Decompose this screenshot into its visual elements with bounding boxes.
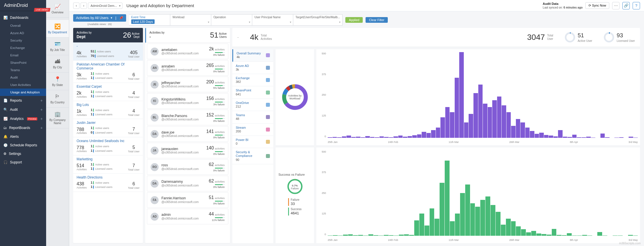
filter-upn[interactable]: User Principal Name [252,14,293,26]
activities-dropdown[interactable]: Activities by All Users ▼ | 📌 [73,14,126,22]
more-options-button[interactable]: ⋯ [612,2,620,9]
workload-icon [266,140,270,144]
page-title: Usage and Adoption by Department [126,3,194,8]
avatar: AM [151,48,159,56]
nav-schedule[interactable]: 🕒 Schedule Reports [0,141,46,149]
nav-item-teams[interactable]: Teams [0,66,46,74]
nav-item-overall[interactable]: Overall [0,22,46,29]
subtab-by-department[interactable]: 🔀By Department [46,20,69,38]
users-column-header: Activities by- 51ActiveUsers [145,28,230,43]
nav-alerts[interactable]: 🔔 Alerts [0,132,46,141]
available-views-label: (Available views : 29) [73,23,126,26]
breadcrumb[interactable]: AdminDroid Dem... [88,3,122,9]
clear-filter-button[interactable]: Clear Filter [366,17,388,23]
nav-item-sharepoint[interactable]: SharePoint [0,59,46,66]
view-tabs: 📈Overview🔀By Department🪪By Job Title🏙By … [46,0,69,246]
workload-item[interactable]: Power BI0 [232,136,273,148]
workload-icon [266,91,270,95]
nav-item-usage-and-adoption[interactable]: Usage and Adoption [0,89,46,96]
nav-item-security[interactable]: Security [0,37,46,44]
filter-bar: Activities by All Users ▼ | 📌 (Available… [69,11,644,28]
workload-item[interactable]: Security & Compliance90 [232,148,273,164]
users-column: Activities by- 51ActiveUsers AM ameliabe… [145,28,230,243]
chart-success-bars: 5003752501250 25th Jan24th Feb11th Mar26… [316,147,640,243]
subtab-by-company-name[interactable]: 🏢By Company Name [46,108,69,128]
nav-item-azure-ad[interactable]: Azure AD [0,29,46,37]
nav-reportboards[interactable]: 🗂 ReportBoards+ [0,123,46,132]
live-demo-badge: LIVE DEMO [34,8,50,12]
dept-row[interactable]: Marketting 514Activities 1 ▍Active users… [73,155,143,174]
workload-item[interactable]: Azure AD3k [232,62,273,74]
user-row[interactable]: JA janeausten@o365droid.onmicrosoft.com … [147,143,228,158]
subtab-by-country[interactable]: 🏳By Country [46,90,69,108]
kpi-active-user: 51Active User [565,32,592,43]
nav-reports[interactable]: 📄 Reports+ [0,96,46,105]
user-row[interactable]: AN annaben@o365droid.onmicrosoft.com 265… [147,60,228,76]
dept-row[interactable]: Health Directions 438Activities 1 ▍Activ… [73,174,143,192]
nav-analytics[interactable]: 📈 Analytics Preview+ [0,114,46,123]
nav-audit[interactable]: 🔍 Audit+ [0,105,46,114]
gauge-icon [604,32,614,43]
applied-button[interactable]: Applied [345,17,363,23]
kpi-licensed-user: 93Licensed User [604,32,635,43]
legend-success: Success4641 [288,208,302,216]
filter-event-time[interactable]: Event Time Last 120 Days [129,14,170,26]
nav-item-audit[interactable]: Audit [0,74,46,81]
user-row[interactable]: DA Darrensammy@o365droid.onmicrosoft.com… [147,176,228,191]
kpi-total-activities: 4k TotalActivities [250,33,272,42]
subtab-by-state[interactable]: 📍By State [46,73,69,90]
user-row[interactable]: BL Blanche.Parsons@o365droid.onmicrosoft… [147,110,228,125]
dept-row[interactable]: Essential Carpet 2kActivities 1 ▍Active … [73,83,143,101]
dept-row[interactable]: Oceans Unlimited Seafoods Inc 778Activit… [73,137,143,155]
chart-activities-bars: 5003752501250 25th Jan24th Feb11th Mar26… [316,49,640,145]
help-icon[interactable]: ? [633,2,640,9]
nav-settings[interactable]: ⚙ Settings [0,149,46,158]
workload-item[interactable]: OneDrive212 [232,99,273,111]
nav-item-exchange[interactable]: Exchange [0,44,46,52]
pin-icon[interactable]: 📌 [119,16,123,20]
filter-target[interactable]: Target(User/Group/File/Site/Mailb... [293,14,343,26]
gauge-icon [565,32,575,43]
workload-icon [266,128,270,132]
workload-item[interactable]: SharePoint641 [232,86,273,99]
nav-item-email[interactable]: Email [0,52,46,59]
filter-workload[interactable]: Workload [170,14,211,26]
workload-icon [266,78,270,82]
dept-row[interactable]: - 4kActivities 51 ▍Active users70 ▍Licen… [73,42,143,61]
sync-now-button[interactable]: ⟳ Sync Now [585,2,609,9]
dept-column: Activities byDept 26ActiveDept - 4kActiv… [73,28,143,243]
workload-icon [266,103,270,107]
nav-dashboards[interactable]: 📊 Dashboards [0,13,46,22]
footer-brand: m365scripts.com [619,242,641,245]
avatar: AN [151,64,159,72]
user-row[interactable]: DA dave.joe@o365droid.onmicrosoft.com 14… [147,126,228,142]
nav-forward-button[interactable]: › [81,3,87,9]
dept-row[interactable]: Pakistan American Chamber Of Commerce 3k… [73,61,143,83]
user-row[interactable]: AM ameliaben@o365droid.onmicrosoft.com 2… [147,44,228,59]
avatar: AD [151,213,159,221]
workload-item[interactable]: Teams48 [232,111,273,123]
workload-item[interactable]: Overall Summary4k [232,49,273,62]
audit-sync-info: Audit Data Last synced on: 6 minutes ago [543,2,583,9]
user-row[interactable]: AD admin@o365droid.onmicrosoft.com 44 ac… [147,209,228,224]
user-row[interactable]: JE jeffreyarcher@o365droid.onmicrosoft.c… [147,77,228,92]
nav-support[interactable]: 🎧 Support [0,158,46,167]
workload-item[interactable]: Exchange382 [232,74,273,86]
subtab-by-job-title[interactable]: 🪪By Job Title [46,38,69,55]
user-row[interactable]: RO ross@o365droid.onmicrosoft.com 62 act… [147,159,228,175]
summary-dash: - [237,35,239,39]
kpi-total-user: 3047 TotalUser [527,33,553,42]
dept-row[interactable]: Justin Javier 788Activities 1 ▍Active us… [73,119,143,137]
subtab-by-city[interactable]: 🏙By City [46,55,69,73]
help-link-icon[interactable]: 🔗 [622,2,630,9]
nav-back-button[interactable]: ‹ [73,3,79,9]
user-row[interactable]: KI KingstonWilkins@o365droid.onmicrosoft… [147,93,228,109]
dept-row[interactable]: Big Lots 1kActivities 1 ▍Active users1 ▍… [73,101,143,119]
chart-activities-donut: Activities by Workload [276,49,314,145]
user-row[interactable]: FA Fannie.Harrison@o365droid.onmicrosoft… [147,192,228,208]
workload-item[interactable]: Stream200 [232,124,273,136]
legend-failure: Failure33 [288,198,302,206]
nav-item-user-activities[interactable]: User Activities [0,81,46,89]
filter-operation[interactable]: Operation [211,14,252,26]
workload-icon [266,53,270,57]
